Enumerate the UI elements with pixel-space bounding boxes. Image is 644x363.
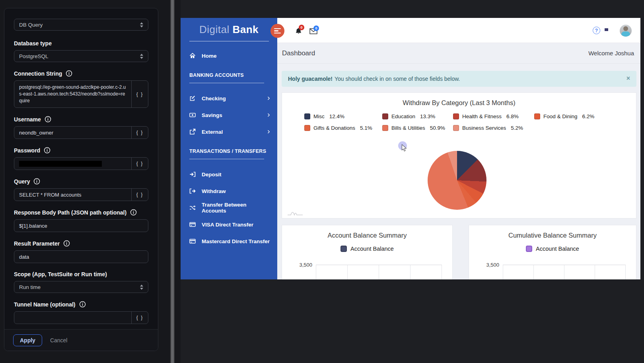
info-icon[interactable] <box>130 209 137 216</box>
variables-braces-button[interactable]: { } <box>131 127 148 139</box>
plot-area <box>503 265 626 279</box>
info-icon[interactable] <box>79 301 86 308</box>
avatar <box>620 25 632 37</box>
legend-item-education[interactable]: Education 13.3% <box>382 113 453 119</box>
connection-string-input[interactable]: postgresql://ep-green-sound-adzclkpe-poo… <box>14 81 131 107</box>
sidebar: Digital Bank Home BANKING ACCOUNTS Check… <box>181 18 277 279</box>
legend-item-gifts-donations[interactable]: Gifts & Donations 5.1% <box>304 125 382 131</box>
cancel-button[interactable]: Cancel <box>50 337 68 343</box>
info-icon[interactable] <box>66 70 72 77</box>
sidebar-item-home[interactable]: Home <box>181 52 277 60</box>
info-icon[interactable] <box>44 147 51 154</box>
variables-braces-button[interactable]: { } <box>131 81 148 107</box>
response-body-path-label: Response Body Path (JSON path optional) <box>14 209 148 216</box>
sidebar-item-transfer-between-accounts[interactable]: Transfer Between Accounts <box>181 204 277 212</box>
legend-swatch <box>340 246 347 252</box>
home-icon <box>189 53 196 59</box>
legend-item-business-services[interactable]: Business Services 5.2% <box>453 125 534 131</box>
select-updown-icon <box>140 22 143 27</box>
legend-swatch <box>304 125 310 131</box>
tunnel-name-input[interactable] <box>14 312 131 324</box>
sidebar-item-mastercard-direct-transfer[interactable]: Mastercard Direct Transfer <box>181 237 277 245</box>
chart-axis-area: 3,500 <box>282 265 452 279</box>
variables-braces-button[interactable]: { } <box>131 189 148 201</box>
step-type-select[interactable]: DB Query <box>14 19 148 31</box>
scope-select[interactable]: Run time <box>14 281 148 293</box>
app-header: 0 0 ? <box>277 18 640 43</box>
mail-badge: 0 <box>313 25 319 31</box>
welcome-text: Welcome Joshua <box>588 50 634 57</box>
username-input[interactable]: neondb_owner <box>14 127 131 139</box>
messages-envelope[interactable]: 0 <box>309 28 317 36</box>
variables-braces-button[interactable]: { } <box>131 312 148 324</box>
external-link-icon <box>189 129 196 135</box>
scope-label: Scope (App, TestSuite or Run time) <box>14 271 148 277</box>
alert-bold-text: Holy guacamole! <box>288 76 333 82</box>
bar-legend[interactable]: Account Balance <box>282 246 452 252</box>
apply-button[interactable]: Apply <box>13 334 42 346</box>
brand-divider <box>189 41 269 41</box>
step-type-value: DB Query <box>19 22 43 28</box>
chart-axis-area: 3,500 <box>469 265 636 279</box>
pie-legend: Misc 12.4% Education 13.3% Health & Fitn… <box>304 113 594 131</box>
legend-swatch <box>534 113 540 119</box>
vertical-scrollbar[interactable] <box>170 0 175 363</box>
query-label: Query <box>14 178 148 185</box>
alert-banner: Holy guacamole! You should check in on s… <box>282 71 636 87</box>
pie-chart-title: Withdraw By Category (Last 3 Months) <box>282 93 636 107</box>
sign-out-icon <box>189 188 196 194</box>
password-redaction <box>19 161 102 167</box>
password-input[interactable] <box>14 158 131 170</box>
chevron-right-icon <box>267 130 271 134</box>
legend-item-food-dining[interactable]: Food & Dining 6.2% <box>534 113 594 119</box>
alert-text: You should check in on some of those fie… <box>335 76 460 82</box>
response-body-path-input[interactable]: $[1].balance <box>14 220 148 232</box>
variables-braces-button[interactable]: { } <box>131 158 148 170</box>
legend-swatch <box>526 246 532 252</box>
notifications-bell[interactable]: 0 <box>295 27 302 37</box>
legend-swatch <box>453 125 459 131</box>
info-icon[interactable] <box>45 116 51 123</box>
section-divider <box>189 83 264 83</box>
info-icon[interactable] <box>33 178 40 185</box>
shuffle-icon <box>189 205 196 211</box>
account-balance-summary-card: Account Balance Summary Account Balance … <box>282 225 453 279</box>
bar-legend[interactable]: Account Balance <box>469 246 636 252</box>
database-type-select[interactable]: PostgreSQL <box>14 50 148 62</box>
scope-value: Run time <box>19 284 41 290</box>
user-avatar[interactable] <box>620 25 632 37</box>
legend-item-health-fitness[interactable]: Health & Fitness 6.8% <box>453 113 534 119</box>
pie-chart[interactable] <box>428 151 486 210</box>
sidebar-item-checking[interactable]: Checking <box>181 94 277 102</box>
query-input[interactable]: SELECT * FROM accounts <box>14 189 131 201</box>
connection-string-label: Connection String <box>14 70 148 77</box>
sidebar-toggle-button[interactable] <box>270 24 284 38</box>
legend-swatch <box>453 113 459 119</box>
bar-chart-title: Account Balance Summary <box>282 225 452 239</box>
y-axis-tick: 3,500 <box>480 262 499 268</box>
help-button[interactable]: ? <box>593 27 600 34</box>
tunnel-name-field: { } <box>14 311 148 324</box>
sidebar-item-visa-direct-transfer[interactable]: VISA Direct Transfer <box>181 221 277 228</box>
credit-card-icon <box>189 221 196 228</box>
tunnel-name-label: Tunnel Name (optional) <box>14 301 148 308</box>
sidebar-item-withdraw[interactable]: Withdraw <box>181 187 277 195</box>
db-query-inspector-panel: DB Query Database type PostgreSQL Connec… <box>0 0 181 363</box>
result-parameter-field: data <box>14 250 148 263</box>
alert-close-icon[interactable]: × <box>626 75 630 82</box>
database-type-value: PostgreSQL <box>19 53 49 59</box>
info-icon[interactable] <box>63 240 70 247</box>
sidebar-item-external[interactable]: External <box>181 128 277 136</box>
legend-item-misc[interactable]: Misc 12.4% <box>304 113 382 119</box>
cumulative-balance-summary-card: Cumulative Balance Summary Account Balan… <box>469 225 636 279</box>
page-bar: Dashboard Welcome Joshua <box>277 43 640 64</box>
result-parameter-input[interactable]: data <box>14 251 148 263</box>
sidebar-item-savings[interactable]: Savings <box>181 111 277 119</box>
legend-item-bills-utilities[interactable]: Bills & Utilities 50.9% <box>382 125 453 131</box>
chevron-right-icon <box>267 113 271 117</box>
username-label: Username <box>14 116 148 123</box>
sidebar-item-deposit[interactable]: Deposit <box>181 170 277 178</box>
hamburger-icon <box>274 28 281 29</box>
credit-card-icon <box>189 238 196 244</box>
page-title: Dashboard <box>282 49 315 57</box>
